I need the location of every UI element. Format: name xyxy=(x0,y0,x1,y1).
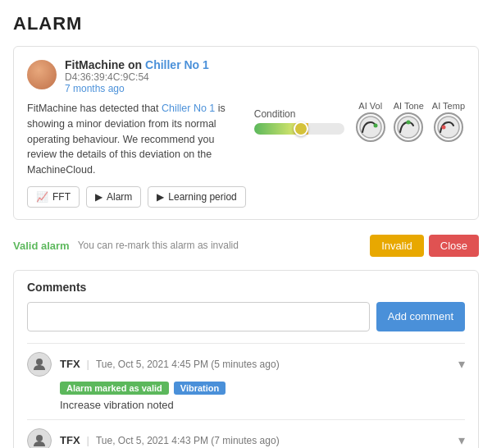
ai-vol-label: AI Vol xyxy=(358,101,382,111)
gauge-group: AI Vol AI Tone xyxy=(356,101,465,142)
valid-alarm-bar: Valid alarm You can re-mark this alarm a… xyxy=(13,228,479,263)
device-label: FitMachine xyxy=(65,58,125,71)
gauge-ai-vol: AI Vol xyxy=(356,101,385,142)
comment-header-right-2: ▾ xyxy=(458,432,465,448)
fft-button[interactable]: 📈 FFT xyxy=(27,186,80,208)
avatar xyxy=(27,60,57,89)
condition-label: Condition xyxy=(254,108,296,120)
ai-vol-gauge xyxy=(356,112,385,142)
learning-play-icon: ▶ xyxy=(157,191,164,203)
comment-textarea[interactable] xyxy=(27,302,370,331)
comment-header-2: TFX | Tue, Oct 5, 2021 4:43 PM (7 minute… xyxy=(27,428,465,448)
desc-chiller-link[interactable]: Chiller No 1 xyxy=(162,103,215,114)
desc-part1: FitMachine has detected that xyxy=(27,103,159,114)
page-title: ALARM xyxy=(13,13,479,34)
gauge-ai-temp: AI Temp xyxy=(432,101,465,142)
alarm-header: FitMachine on Chiller No 1 D4:36:39:4C:9… xyxy=(27,58,465,94)
fft-label: FFT xyxy=(52,191,71,203)
comment-entry-1: TFX | Tue, Oct 5, 2021 4:45 PM (5 minute… xyxy=(27,343,465,419)
gauge-ai-tone: AI Tone xyxy=(394,101,424,142)
ai-temp-gauge xyxy=(434,112,463,142)
svg-point-3 xyxy=(407,121,411,125)
chiller-link[interactable]: Chiller No 1 xyxy=(145,58,209,71)
learning-button[interactable]: ▶ Learning period xyxy=(148,186,245,208)
add-comment-button[interactable]: Add comment xyxy=(376,302,465,331)
on-label: on xyxy=(128,58,145,71)
ai-tone-label: AI Tone xyxy=(394,101,424,111)
condition-row: Condition AI Vol xyxy=(254,101,465,142)
ai-temp-label: AI Temp xyxy=(432,101,465,111)
condition-bar-container xyxy=(254,123,344,135)
close-button[interactable]: Close xyxy=(429,235,479,257)
comment-time-2: Tue, Oct 5, 2021 4:43 PM (7 minutes ago) xyxy=(96,435,280,446)
alarm-button[interactable]: ▶ Alarm xyxy=(86,186,141,208)
comment-time-1: Tue, Oct 5, 2021 4:45 PM (5 minutes ago) xyxy=(96,359,280,370)
comment-body-1: Increase vibration noted xyxy=(60,399,465,411)
comment-entry-2: TFX | Tue, Oct 5, 2021 4:43 PM (7 minute… xyxy=(27,419,465,448)
condition-area: Condition AI Vol xyxy=(254,101,465,142)
tag-vibration-1: Vibration xyxy=(174,382,226,395)
svg-point-6 xyxy=(36,359,43,365)
alarm-card: FitMachine on Chiller No 1 D4:36:39:4C:9… xyxy=(13,46,479,220)
learning-label: Learning period xyxy=(168,191,236,203)
tag-valid-1: Alarm marked as valid xyxy=(60,382,169,395)
comment-author-row-1: TFX | Tue, Oct 5, 2021 4:45 PM (5 minute… xyxy=(60,358,450,370)
comment-meta-2: TFX | Tue, Oct 5, 2021 4:43 PM (7 minute… xyxy=(60,434,450,446)
alarm-description: FitMachine has detected that Chiller No … xyxy=(27,101,238,178)
valid-alarm-text: Valid alarm You can re-mark this alarm a… xyxy=(13,240,239,252)
page-container: ALARM FitMachine on Chiller No 1 D4:36:3… xyxy=(0,0,492,448)
svg-point-7 xyxy=(36,435,43,441)
play-icon: ▶ xyxy=(95,191,102,203)
chevron-down-icon-1[interactable]: ▾ xyxy=(458,356,465,372)
comment-tags-1: Alarm marked as valid Vibration xyxy=(60,382,465,395)
comments-section: Comments Add comment TFX | Tue, Oct 5, 2… xyxy=(13,270,479,448)
svg-point-1 xyxy=(373,124,377,128)
action-buttons-right: Invalid Close xyxy=(370,235,479,257)
comments-title: Comments xyxy=(27,281,465,294)
chevron-down-icon-2[interactable]: ▾ xyxy=(458,432,465,448)
condition-label-group: Condition xyxy=(254,108,344,135)
ai-tone-gauge xyxy=(394,112,423,142)
valid-label: Valid alarm xyxy=(13,240,70,252)
fft-icon: 📈 xyxy=(36,191,48,203)
alarm-label: Alarm xyxy=(107,191,132,203)
alarm-actions: 📈 FFT ▶ Alarm ▶ Learning period xyxy=(27,186,465,208)
condition-dot xyxy=(294,121,308,136)
comment-input-row: Add comment xyxy=(27,302,465,331)
alarm-body: FitMachine has detected that Chiller No … xyxy=(27,101,465,178)
alarm-header-text: FitMachine on Chiller No 1 D4:36:39:4C:9… xyxy=(65,58,209,94)
comment-meta-1: TFX | Tue, Oct 5, 2021 4:45 PM (5 minute… xyxy=(60,358,450,370)
valid-sub: You can re-mark this alarm as invalid xyxy=(78,240,239,251)
comment-header-right-1: ▾ xyxy=(458,356,465,372)
comment-header-1: TFX | Tue, Oct 5, 2021 4:45 PM (5 minute… xyxy=(27,352,465,377)
comment-avatar-1 xyxy=(27,352,52,377)
alarm-title: FitMachine on Chiller No 1 xyxy=(65,58,209,71)
comment-author-2: TFX xyxy=(60,434,80,446)
comment-avatar-2 xyxy=(27,428,52,448)
comment-author-1: TFX xyxy=(60,358,80,370)
svg-point-5 xyxy=(441,126,445,130)
condition-bar xyxy=(254,123,344,135)
alarm-time: 7 months ago xyxy=(65,83,209,94)
invalid-button[interactable]: Invalid xyxy=(370,235,424,257)
comment-author-row-2: TFX | Tue, Oct 5, 2021 4:43 PM (7 minute… xyxy=(60,434,450,446)
alarm-mac: D4:36:39:4C:9C:54 xyxy=(65,71,209,83)
